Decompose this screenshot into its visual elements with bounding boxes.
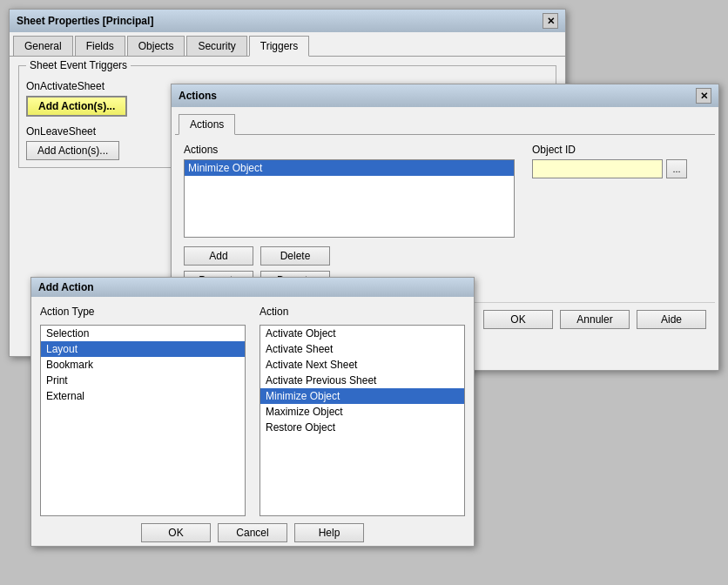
delete-button[interactable]: Delete xyxy=(260,246,330,266)
action-col: Action Activate Object Activate Sheet Ac… xyxy=(260,306,465,516)
actions-help-button[interactable]: Aide xyxy=(637,310,706,329)
add-action-window: Add Action Action Type Selection Layout … xyxy=(30,277,475,547)
object-id-label: Object ID xyxy=(532,144,706,156)
tab-security[interactable]: Security xyxy=(186,36,246,56)
sheet-props-title-bar: Sheet Properties [Principal] ✕ xyxy=(10,10,565,32)
add-action-btn-2[interactable]: Add Action(s)... xyxy=(26,141,119,160)
browse-button[interactable]: ... xyxy=(666,159,687,178)
actions-two-col: Actions Minimize Object Add Delete Promo… xyxy=(184,144,706,290)
add-action-help-button[interactable]: Help xyxy=(294,523,364,542)
action-header: Action xyxy=(260,306,465,318)
add-action-footer: OK Cancel Help xyxy=(40,516,465,546)
actions-inner-tab-bar: Actions xyxy=(175,111,715,135)
action-activate-sheet[interactable]: Activate Sheet xyxy=(260,341,464,357)
add-action-title: Add Action xyxy=(38,281,94,293)
actions-cancel-button[interactable]: Annuler xyxy=(560,310,630,329)
actions-inner-content: Actions Minimize Object Add Delete Promo… xyxy=(175,135,715,299)
action-activate-next-sheet[interactable]: Activate Next Sheet xyxy=(260,357,464,373)
action-activate-object[interactable]: Activate Object xyxy=(260,326,464,341)
action-restore-object[interactable]: Restore Object xyxy=(260,420,464,435)
actions-btn-row: Add Delete xyxy=(184,246,515,266)
tab-general[interactable]: General xyxy=(13,36,73,56)
actions-close-button[interactable]: ✕ xyxy=(696,88,711,104)
tab-objects[interactable]: Objects xyxy=(127,36,185,56)
action-list[interactable]: Activate Object Activate Sheet Activate … xyxy=(260,325,465,516)
add-action-content: Action Type Selection Layout Bookmark Pr… xyxy=(31,297,474,555)
object-id-input[interactable] xyxy=(532,159,663,178)
actions-title: Actions xyxy=(179,90,217,102)
close-icon: ✕ xyxy=(547,16,555,27)
add-action-ok-button[interactable]: OK xyxy=(141,523,211,542)
actions-list-item-minimize[interactable]: Minimize Object xyxy=(185,160,514,176)
action-type-print[interactable]: Print xyxy=(41,373,245,388)
action-minimize-object[interactable]: Minimize Object xyxy=(260,388,464,404)
tab-actions-inner[interactable]: Actions xyxy=(179,114,235,135)
action-activate-previous-sheet[interactable]: Activate Previous Sheet xyxy=(260,373,464,388)
object-id-col: Object ID ... xyxy=(532,144,706,290)
action-type-header: Action Type xyxy=(40,306,246,318)
add-action-btn-1[interactable]: Add Action(s)... xyxy=(26,96,127,117)
action-type-external[interactable]: External xyxy=(41,388,245,404)
actions-title-bar: Actions ✕ xyxy=(172,84,718,107)
add-action-two-col: Action Type Selection Layout Bookmark Pr… xyxy=(40,306,465,516)
group-box-title: Sheet Event Triggers xyxy=(26,59,131,71)
action-type-layout[interactable]: Layout xyxy=(41,341,245,357)
actions-close-icon: ✕ xyxy=(700,91,708,102)
sheet-props-close-button[interactable]: ✕ xyxy=(543,13,558,29)
action-type-col: Action Type Selection Layout Bookmark Pr… xyxy=(40,306,246,516)
add-button[interactable]: Add xyxy=(184,246,253,266)
actions-list-col: Actions Minimize Object Add Delete Promo… xyxy=(184,144,515,290)
action-maximize-object[interactable]: Maximize Object xyxy=(260,404,464,420)
sheet-props-title: Sheet Properties [Principal] xyxy=(17,15,153,27)
actions-col-label: Actions xyxy=(184,144,515,156)
action-type-bookmark[interactable]: Bookmark xyxy=(41,357,245,373)
actions-list-box[interactable]: Minimize Object xyxy=(184,159,515,238)
tab-triggers[interactable]: Triggers xyxy=(249,36,310,57)
actions-ok-button[interactable]: OK xyxy=(483,310,553,329)
tab-fields[interactable]: Fields xyxy=(75,36,125,56)
sheet-props-tab-bar: General Fields Objects Security Triggers xyxy=(10,32,565,57)
add-action-cancel-button[interactable]: Cancel xyxy=(218,523,287,542)
action-type-list[interactable]: Selection Layout Bookmark Print External xyxy=(40,325,246,516)
add-action-title-bar: Add Action xyxy=(31,278,474,297)
action-type-selection[interactable]: Selection xyxy=(41,326,245,341)
